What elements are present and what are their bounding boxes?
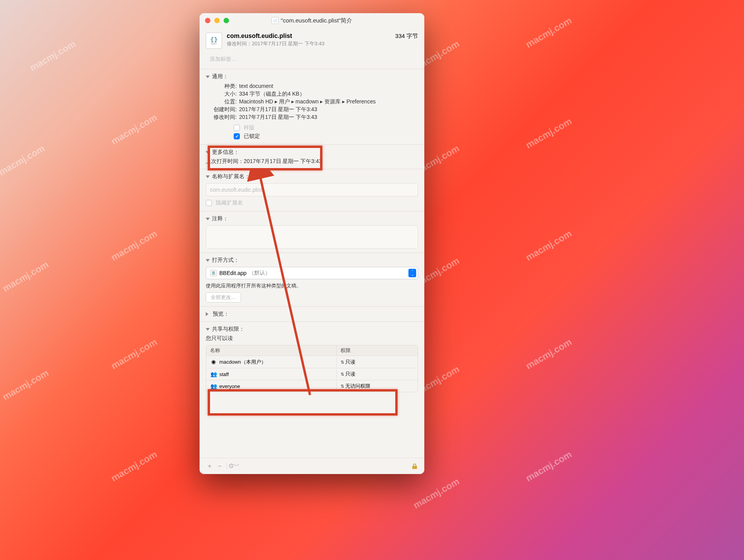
section-open-with-label: 打开方式：: [212, 257, 239, 264]
minimize-button[interactable]: [214, 18, 220, 23]
modified-label: 修改时间: [213, 114, 237, 121]
people-icon: 👥: [210, 371, 217, 378]
kind-value: text document: [239, 83, 273, 90]
hide-ext-label: 隐藏扩展名: [216, 199, 243, 206]
watermark: macmj.com: [109, 449, 159, 484]
open-with-app: BBEdit.app: [219, 270, 246, 276]
chevron-down-icon: [206, 259, 210, 262]
close-button[interactable]: [205, 18, 210, 23]
section-preview: 预览：: [200, 306, 424, 321]
watermark: macmj.com: [524, 337, 574, 371]
zoom-button[interactable]: [224, 18, 229, 23]
section-sharing-label: 共享与权限：: [212, 326, 245, 333]
file-header: ⦃⦄TEXT com.eusoft.eudic.plist 修改时间：2017年…: [200, 28, 424, 53]
chevron-down-icon: [206, 328, 210, 331]
file-type-icon: ⦃⦄TEXT: [206, 33, 222, 49]
traffic-lights: [205, 18, 229, 23]
watermark: macmj.com: [524, 449, 574, 484]
watermark: macmj.com: [524, 116, 574, 151]
comments-field[interactable]: [206, 225, 418, 249]
open-with-select[interactable]: B BBEdit.app （默认） ⌃⌄: [206, 267, 418, 279]
people-icon: 👥: [210, 383, 217, 390]
chevron-down-icon: [206, 76, 210, 78]
table-row[interactable]: ◉macdown（本用户） ⇅只读: [206, 356, 418, 368]
window-title: 📄 "com.eusoft.eudic.plist"简介: [272, 17, 353, 24]
created-label: 创建时间: [213, 106, 237, 113]
name-ext-field[interactable]: com.eusoft.eudic.plist: [206, 183, 418, 196]
titlebar[interactable]: 📄 "com.eusoft.eudic.plist"简介: [200, 13, 424, 28]
locked-label: 已锁定: [244, 133, 260, 140]
chevron-down-icon: [206, 151, 210, 154]
open-with-default: （默认）: [249, 270, 270, 277]
table-row[interactable]: 👥everyone ⇅无访问权限: [206, 380, 418, 392]
section-open-with: 打开方式： B BBEdit.app （默认） ⌃⌄ 使用此应用程序打开所有这种…: [200, 253, 424, 306]
section-more-info: 更多信息： 上次打开时间：2017年7月17日 星期一 下午3:43: [200, 144, 424, 169]
section-preview-header[interactable]: 预览：: [206, 311, 418, 318]
section-sharing: 共享与权限： 您只可以读 名称 权限 ◉macdown（本用户） ⇅只读 👥st…: [200, 321, 424, 474]
permissions-table: 名称 权限 ◉macdown（本用户） ⇅只读 👥staff ⇅只读 👥ever…: [206, 345, 418, 392]
locked-row[interactable]: 已锁定: [206, 132, 418, 141]
watermark: macmj.com: [412, 476, 461, 511]
remove-button[interactable]: −: [216, 462, 224, 470]
watermark: macmj.com: [1, 368, 50, 402]
size-value: 334 字节（磁盘上的4 KB）: [239, 91, 305, 98]
section-comments: 注释：: [200, 211, 424, 253]
section-more-info-header[interactable]: 更多信息：: [206, 149, 418, 156]
file-icon: 📄: [272, 17, 279, 24]
where-value: Macintosh HD ▸ 用户 ▸ macdown ▸ 资源库 ▸ Pref…: [239, 98, 375, 105]
watermark: macmj.com: [28, 38, 78, 73]
separator: [227, 463, 227, 469]
created-value: 2017年7月17日 星期一 下午3:43: [239, 106, 317, 113]
section-more-info-label: 更多信息：: [212, 149, 239, 156]
section-general-header[interactable]: 通用：: [206, 73, 418, 80]
section-name-ext: 名称与扩展名： com.eusoft.eudic.plist 隐藏扩展名: [200, 169, 424, 211]
section-comments-header[interactable]: 注释：: [206, 215, 418, 222]
template-label: 样版: [244, 124, 255, 131]
kind-label: 种类: [213, 83, 237, 90]
updown-icon[interactable]: ⇅: [341, 360, 345, 365]
perm-col-perm-header: 权限: [336, 345, 418, 356]
add-button[interactable]: +: [206, 462, 214, 470]
chevron-down-icon: [206, 218, 210, 220]
window-title-text: "com.eusoft.eudic.plist"简介: [281, 17, 353, 24]
lock-icon[interactable]: [412, 463, 417, 469]
stepper-icon: ⌃⌄: [408, 269, 416, 277]
watermark: macmj.com: [0, 143, 46, 178]
size-label: 大小: [213, 91, 237, 98]
locked-checkbox[interactable]: [234, 133, 240, 139]
hide-ext-checkbox[interactable]: [206, 200, 212, 206]
sharing-note: 您只可以读: [206, 333, 418, 342]
section-comments-label: 注释：: [212, 215, 228, 222]
chevron-down-icon: [206, 175, 210, 178]
hide-ext-row[interactable]: 隐藏扩展名: [206, 199, 418, 207]
person-icon: ◉: [210, 358, 217, 365]
chevron-right-icon: [206, 312, 210, 316]
updown-icon[interactable]: ⇅: [341, 384, 345, 389]
filename: com.eusoft.eudic.plist: [227, 33, 391, 40]
change-all-button[interactable]: 全部更改…: [206, 292, 241, 302]
perm-col-name-header: 名称: [206, 345, 336, 356]
table-row[interactable]: 👥staff ⇅只读: [206, 368, 418, 380]
template-checkbox[interactable]: [234, 125, 240, 131]
updown-icon[interactable]: ⇅: [341, 372, 345, 377]
get-info-window: 📄 "com.eusoft.eudic.plist"简介 ⦃⦄TEXT com.…: [200, 13, 424, 474]
watermark: macmj.com: [109, 337, 159, 371]
action-button[interactable]: ⊙﹀: [230, 462, 238, 470]
file-size: 334 字节: [395, 33, 418, 40]
section-name-ext-header[interactable]: 名称与扩展名：: [206, 173, 418, 180]
tags-field[interactable]: 添加标签…: [206, 53, 418, 65]
section-name-ext-label: 名称与扩展名：: [212, 173, 250, 180]
modified-time: 修改时间：2017年7月17日 星期一 下午3:43: [227, 40, 391, 47]
app-icon: B: [210, 270, 217, 277]
watermark: macmj.com: [1, 259, 50, 294]
watermark: macmj.com: [524, 15, 574, 50]
template-row[interactable]: 样版: [206, 124, 418, 132]
section-preview-label: 预览：: [213, 311, 229, 318]
watermark: macmj.com: [524, 228, 574, 263]
section-sharing-header[interactable]: 共享与权限：: [206, 326, 418, 333]
modified-value: 2017年7月17日 星期一 下午3:43: [239, 114, 317, 121]
bottom-toolbar: + − ⊙﹀: [200, 458, 424, 474]
last-opened-value: 2017年7月17日 星期一 下午3:43: [244, 158, 322, 164]
where-label: 位置: [213, 98, 237, 105]
section-open-with-header[interactable]: 打开方式：: [206, 257, 418, 264]
